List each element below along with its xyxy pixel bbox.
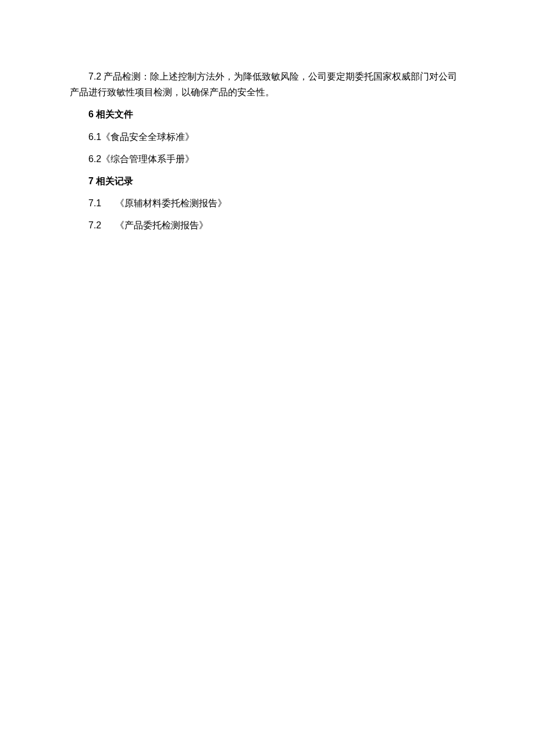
item-number: 7.2 xyxy=(88,220,101,230)
heading-number: 7 xyxy=(88,176,94,186)
heading-text: 相关记录 xyxy=(94,176,133,186)
item-number: 6.1 xyxy=(88,132,101,142)
item-6-1: 6.1《食品安全全球标准》 xyxy=(70,129,465,145)
item-text: 《综合管理体系手册》 xyxy=(101,154,194,164)
item-6-2: 6.2《综合管理体系手册》 xyxy=(70,151,465,167)
para-number: 7.2 xyxy=(88,71,101,81)
heading-number: 6 xyxy=(88,109,94,119)
item-text: 《原辅材料委托检测报告》 xyxy=(115,198,227,208)
para-text: 产品检测：除上述控制方法外，为降低致敏风险，公司要定期委托国家权威部门对公司产品… xyxy=(70,71,457,97)
item-number: 6.2 xyxy=(88,154,101,164)
item-number: 7.1 xyxy=(88,198,101,208)
item-text: 《产品委托检测报告》 xyxy=(115,220,208,230)
item-7-2: 7.2《产品委托检测报告》 xyxy=(70,217,465,233)
heading-6: 6 相关文件 xyxy=(70,106,465,122)
heading-text: 相关文件 xyxy=(94,109,133,119)
item-7-1: 7.1《原辅材料委托检测报告》 xyxy=(70,195,465,211)
paragraph-7-2: 7.2 产品检测：除上述控制方法外，为降低致敏风险，公司要定期委托国家权威部门对… xyxy=(70,69,465,100)
item-text: 《食品安全全球标准》 xyxy=(101,132,194,142)
heading-7: 7 相关记录 xyxy=(70,173,465,189)
document-page: 7.2 产品检测：除上述控制方法外，为降低致敏风险，公司要定期委托国家权威部门对… xyxy=(0,0,535,234)
